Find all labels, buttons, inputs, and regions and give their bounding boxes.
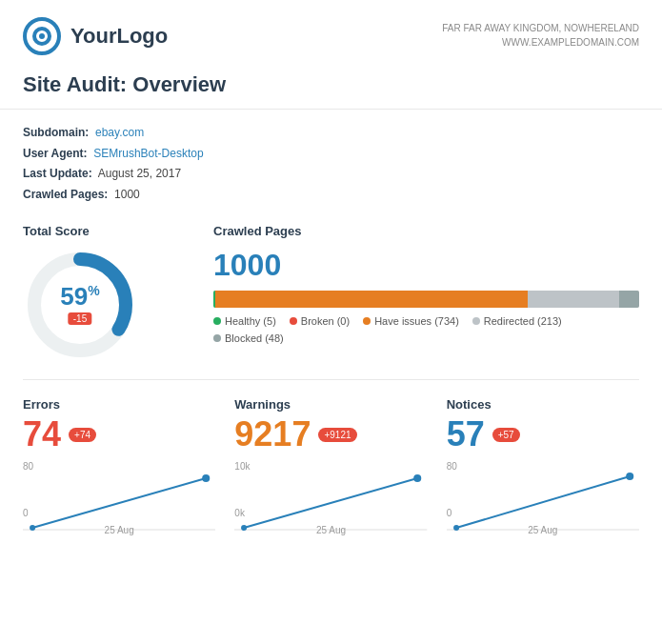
donut-container: 59% -15 [23, 248, 137, 362]
crawled-pages-value: 1000 [114, 188, 140, 201]
errors-x-label: 25 Aug [105, 525, 134, 535]
legend: Healthy (5) Broken (0) Have issues (734)… [213, 315, 639, 344]
warnings-value-row: 9217 +9121 [234, 417, 427, 452]
company-line2: WWW.EXAMPLEDOMAIN.COM [442, 35, 639, 50]
meta-section: Subdomain: ebay.com User Agent: SEMrushB… [0, 110, 662, 214]
progress-blocked [619, 291, 639, 308]
errors-chart-svg [23, 459, 215, 535]
legend-label-redirected: Redirected (213) [484, 315, 562, 327]
donut-center: 59% -15 [60, 284, 99, 326]
notices-chart-svg [447, 459, 639, 535]
warnings-label: Warnings [234, 397, 427, 412]
meta-last-update: Last Update: August 25, 2017 [23, 164, 639, 185]
legend-label-blocked: Blocked (48) [225, 332, 284, 344]
notices-block: Notices 57 +57 80 0 25 Aug [447, 397, 639, 535]
legend-dot-redirected [472, 317, 480, 325]
warnings-y-bottom: 0k [234, 508, 245, 518]
last-update-label: Last Update: [23, 167, 92, 180]
errors-y-top: 80 [23, 461, 33, 472]
legend-label-issues: Have issues (734) [374, 315, 459, 327]
svg-point-10 [413, 474, 421, 482]
warnings-chart-svg [234, 459, 427, 535]
legend-dot-broken [290, 317, 297, 325]
warnings-block: Warnings 9217 +9121 10k 0k 25 Aug [234, 397, 446, 535]
crawled-pages-section: Crawled Pages 1000 Healthy (5) Broken (0… [213, 224, 639, 362]
legend-redirected: Redirected (213) [472, 315, 562, 327]
legend-dot-healthy [213, 317, 221, 325]
legend-label-healthy: Healthy (5) [225, 315, 276, 327]
legend-healthy: Healthy (5) [213, 315, 276, 327]
page-title: Site Audit: Overview [23, 72, 639, 97]
legend-issues: Have issues (734) [363, 315, 459, 327]
svg-point-2 [39, 33, 45, 39]
svg-point-13 [626, 473, 633, 480]
notices-chart: 80 0 25 Aug [447, 459, 639, 535]
divider [23, 379, 639, 380]
legend-dot-issues [363, 317, 371, 325]
errors-y-bottom: 0 [23, 508, 29, 518]
notices-badge: +57 [492, 428, 520, 442]
progress-bar [213, 291, 639, 308]
errors-value: 74 [23, 417, 61, 452]
errors-label: Errors [23, 397, 215, 412]
logo-text: YourLogo [70, 24, 168, 49]
errors-value-row: 74 +74 [23, 417, 215, 452]
errors-badge: +74 [69, 428, 96, 442]
company-info: FAR FAR AWAY KINGDOM, NOWHERELAND WWW.EX… [442, 17, 639, 50]
logo-icon [23, 17, 61, 55]
page-title-section: Site Audit: Overview [0, 65, 662, 110]
user-agent-value: SEMrushBot-Desktop [93, 147, 203, 160]
crawled-count: 1000 [213, 248, 639, 283]
svg-point-9 [241, 525, 247, 531]
svg-point-6 [30, 525, 35, 531]
donut-badge: -15 [69, 312, 91, 325]
notices-y-bottom: 0 [447, 508, 452, 518]
progress-issues [215, 291, 528, 308]
errors-chart: 80 0 25 Aug [23, 459, 215, 535]
total-score-section: Total Score 59% -15 [23, 224, 175, 362]
warnings-x-label: 25 Aug [316, 525, 346, 535]
crawled-pages-label: Crawled Pages: [23, 188, 108, 201]
header: YourLogo FAR FAR AWAY KINGDOM, NOWHERELA… [0, 0, 662, 65]
legend-label-broken: Broken (0) [301, 315, 350, 327]
donut-percent: 59% [60, 284, 99, 309]
warnings-badge: +9121 [318, 428, 356, 442]
svg-point-12 [453, 525, 459, 531]
meta-user-agent: User Agent: SEMrushBot-Desktop [23, 144, 639, 165]
legend-blocked: Blocked (48) [213, 332, 284, 344]
last-update-value: August 25, 2017 [98, 167, 181, 180]
crawled-pages-section-label: Crawled Pages [213, 224, 639, 238]
main-metrics: Total Score 59% -15 [0, 214, 662, 362]
bottom-metrics: Errors 74 +74 80 0 25 Aug Warnings [0, 397, 662, 545]
company-line1: FAR FAR AWAY KINGDOM, NOWHERELAND [442, 21, 639, 35]
logo-area: YourLogo [23, 17, 168, 55]
svg-point-7 [202, 474, 210, 482]
meta-subdomain: Subdomain: ebay.com [23, 123, 639, 144]
page: YourLogo FAR FAR AWAY KINGDOM, NOWHERELA… [0, 0, 662, 644]
warnings-value: 9217 [234, 417, 311, 452]
warnings-chart: 10k 0k 25 Aug [234, 459, 427, 535]
meta-crawled-pages: Crawled Pages: 1000 [23, 185, 639, 206]
subdomain-value: ebay.com [95, 126, 144, 139]
progress-redirected [528, 291, 618, 308]
user-agent-label: User Agent: [23, 147, 88, 160]
notices-y-top: 80 [447, 461, 457, 472]
warnings-y-top: 10k [234, 461, 250, 472]
notices-label: Notices [447, 397, 639, 412]
notices-value: 57 [447, 417, 485, 452]
notices-x-label: 25 Aug [528, 525, 557, 535]
errors-block: Errors 74 +74 80 0 25 Aug [23, 397, 234, 535]
subdomain-label: Subdomain: [23, 126, 89, 139]
legend-dot-blocked [213, 334, 221, 342]
total-score-label: Total Score [23, 224, 175, 238]
notices-value-row: 57 +57 [447, 417, 639, 452]
legend-broken: Broken (0) [290, 315, 350, 327]
